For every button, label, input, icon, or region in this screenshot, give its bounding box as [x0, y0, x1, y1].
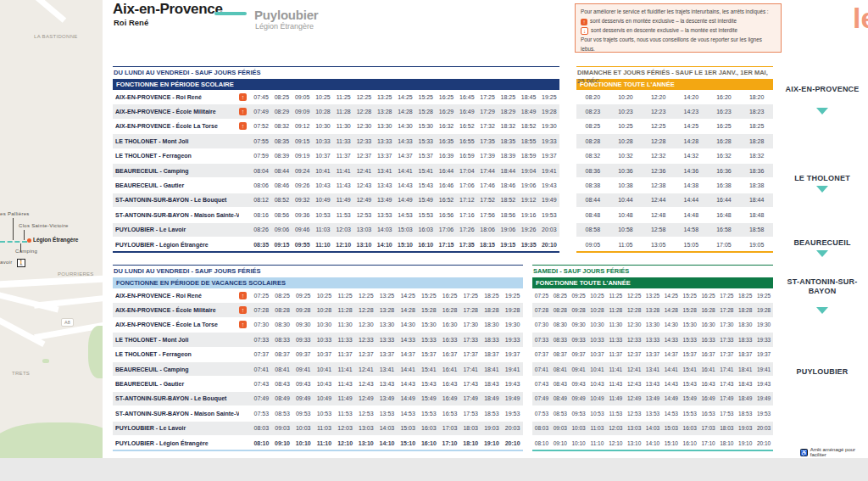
time-cell: 08:26	[251, 222, 271, 237]
time-cell: 07:49	[251, 104, 271, 119]
time-cell: 09:10	[272, 435, 293, 450]
time-cell: 10:53	[314, 406, 335, 421]
time-cell: 12:49	[355, 391, 376, 405]
timetable-row: AIX-EN-PROVENCE - École Militaire↑07:280…	[113, 303, 523, 317]
time-cell: 15:37	[419, 347, 440, 361]
time-cell: 09:15	[292, 134, 313, 148]
service-notice: Pour améliorer le service et fluidifier …	[575, 3, 782, 53]
time-cell: 10:25	[314, 288, 335, 303]
time-cell: 16:20	[708, 90, 741, 104]
sunday-block: DIMANCHE ET JOURS FÉRIÉS - SAUF LE 1ER J…	[576, 66, 773, 253]
time-cell: 17:44	[477, 163, 498, 177]
time-cell: 18:20	[740, 90, 773, 104]
time-cell: 09:06	[271, 222, 292, 237]
time-cell: 11:43	[333, 178, 353, 193]
time-cell: 16:53	[699, 406, 718, 421]
time-cell: 13:37	[376, 347, 398, 361]
time-cell: 13:10	[353, 237, 374, 252]
time-cell: 15:30	[419, 317, 440, 332]
time-cell: 16:56	[436, 208, 456, 222]
montee-icon: ↑	[239, 108, 247, 115]
time-cell: 15:41	[681, 361, 699, 376]
time-cell: 13:05	[642, 237, 675, 252]
time-cell: 08:37	[272, 347, 293, 361]
time-cell: 14:28	[675, 134, 708, 148]
time-cell: 15:10	[662, 435, 681, 450]
time-cell: 12:43	[355, 377, 376, 391]
time-cell: 13:41	[375, 163, 395, 177]
time-cell: 13:28	[375, 104, 395, 119]
timetable-row: PUYLOUBIER - Le Lavoir08:0309:0310:0311:…	[113, 421, 523, 435]
time-cell: 11:03	[314, 421, 335, 435]
saturday-table-subtitle: FONCTIONNE TOUTE L'ANNÉE	[532, 277, 773, 288]
time-cell: 18:53	[736, 406, 754, 421]
time-cell: 08:10	[532, 435, 551, 450]
time-cell: 10:43	[314, 377, 335, 391]
time-cell: 19:53	[502, 406, 523, 421]
time-cell: 15:03	[395, 222, 415, 237]
time-cell: 09:55	[292, 237, 313, 252]
time-cell: 08:33	[272, 333, 293, 347]
time-cell: 16:03	[419, 421, 440, 435]
stop-name: AIX-EN-PROVENCE - Roi René	[113, 90, 239, 104]
time-cell: 18:25	[736, 288, 754, 303]
time-cell: 14:43	[398, 377, 419, 391]
time-cell: 12:41	[355, 361, 376, 376]
time-cell: 09:12	[292, 119, 313, 133]
time-cell: 13:03	[353, 222, 374, 237]
time-cell: 14:41	[662, 361, 681, 376]
timegrid-row: 08:2310:2312:2314:2316:2318:23	[576, 104, 773, 119]
time-cell: 18:32	[740, 148, 773, 163]
time-cell: 08:44	[576, 193, 609, 207]
time-cell: 14:33	[395, 134, 415, 148]
time-cell: 14:28	[662, 303, 681, 317]
time-cell: 07:41	[251, 361, 272, 376]
time-cell: 18:30	[736, 317, 754, 332]
vacation-period-block: DU LUNDI AU VENDREDI - SAUF JOURS FÉRIÉS…	[113, 265, 523, 451]
time-cell: 18:03	[717, 421, 736, 435]
time-cell: 10:37	[588, 347, 607, 361]
time-cell: 10:30	[314, 317, 335, 332]
destination-city: Puyloubier	[254, 8, 319, 22]
stop-name: ST-ANTONIN-SUR-BAYON - Le Bouquet	[113, 193, 239, 207]
time-cell: 16:37	[699, 347, 718, 361]
time-cell: 19:43	[539, 178, 559, 193]
time-cell: 15:43	[415, 178, 436, 193]
time-cell: 08:41	[272, 361, 293, 376]
stop-name: BEAURECEUIL - Gautier	[113, 178, 239, 193]
time-cell: 16:39	[436, 148, 456, 163]
a8-road-badge: A8	[61, 318, 74, 327]
time-cell: 16:32	[708, 148, 741, 163]
stop-icon-cell: ↑	[239, 104, 251, 119]
stop-icon-cell: ↑	[239, 90, 251, 104]
time-cell: 08:38	[576, 178, 609, 193]
time-cell: 12:30	[625, 317, 643, 332]
time-cell: 13:49	[643, 391, 662, 405]
stop-name: PUYLOUBIER - Légion Étrangère	[113, 237, 239, 252]
time-cell: 09:30	[292, 317, 314, 332]
time-cell: 11:25	[606, 288, 625, 303]
timetable-row: AIX-EN-PROVENCE - École La Torse↑07:5208…	[113, 119, 559, 133]
time-cell: 16:46	[436, 178, 456, 193]
time-cell: 09:49	[570, 391, 588, 405]
time-cell: 09:37	[292, 347, 314, 361]
time-cell: 15:28	[419, 303, 440, 317]
time-cell: 10:58	[609, 222, 643, 237]
time-cell: 14:38	[675, 178, 708, 193]
map-connector	[24, 230, 25, 240]
time-cell: 11:10	[314, 435, 335, 450]
timegrid-row: 07:2808:2809:2810:2811:2812:2813:2814:28…	[532, 303, 773, 317]
timegrid-row: 07:3308:3309:3310:3311:3312:3313:3314:33…	[532, 333, 773, 347]
time-cell: 11:30	[333, 119, 353, 133]
notice-line-4: Pour vos trajets courts, nous vous conse…	[581, 35, 776, 53]
time-cell: 08:36	[576, 163, 609, 177]
time-cell: 16:38	[708, 178, 741, 193]
time-cell: 15:33	[419, 333, 440, 347]
time-cell: 17:06	[457, 178, 477, 193]
stop-icon-cell: ↑	[239, 119, 251, 133]
time-cell: 11:53	[335, 406, 356, 421]
time-cell: 19:37	[539, 148, 559, 163]
timegrid-row: 08:0309:0310:0311:0312:0313:0314:0315:03…	[532, 421, 773, 435]
time-cell: 18:06	[477, 222, 498, 237]
timegrid-row: 07:3708:3709:3710:3711:3712:3713:3714:37…	[532, 347, 773, 361]
